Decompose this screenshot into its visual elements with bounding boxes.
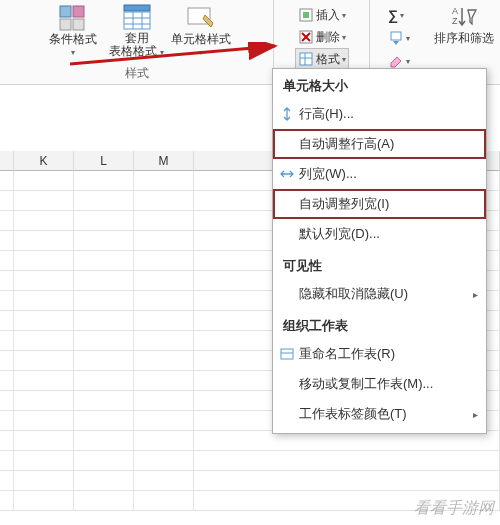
menu-autofit-column-width[interactable]: 自动调整列宽(I) [273,189,486,219]
autosum-button[interactable]: ∑ ▾ [386,4,412,26]
svg-rect-19 [391,32,401,40]
menu-autofit-column-width-label: 自动调整列宽(I) [299,195,389,213]
rename-sheet-icon [279,346,295,362]
row-height-icon [279,106,295,122]
svg-rect-5 [124,12,150,29]
format-cells-icon [298,51,314,67]
menu-column-width[interactable]: 列宽(W)... [273,159,486,189]
section-cell-size: 单元格大小 [273,69,486,99]
menu-default-width-label: 默认列宽(D)... [299,225,380,243]
svg-rect-12 [303,12,309,18]
chevron-down-icon: ▾ [71,48,75,57]
menu-row-height[interactable]: 行高(H)... [273,99,486,129]
chevron-down-icon: ▾ [400,11,404,20]
column-header[interactable]: K [14,151,74,171]
menu-hide-unhide[interactable]: 隐藏和取消隐藏(U) [273,279,486,309]
svg-text:Z: Z [452,16,458,26]
svg-rect-23 [281,349,293,359]
conditional-formatting-label: 条件格式 [49,33,97,46]
menu-rename-sheet[interactable]: 重命名工作表(R) [273,339,486,369]
section-organize: 组织工作表 [273,309,486,339]
chevron-down-icon: ▾ [342,55,346,64]
format-as-table-icon [123,4,151,30]
sigma-icon: ∑ [388,7,398,23]
column-header[interactable]: L [74,151,134,171]
delete-button[interactable]: 删除 ▾ [296,26,348,48]
format-dropdown-menu: 单元格大小 行高(H)... 自动调整行高(A) 列宽(W)... 自动调整列宽… [272,68,487,434]
svg-rect-0 [60,6,71,17]
ribbon-group-styles: 条件格式 ▾ 套用 表格格式 ▾ [0,0,274,84]
format-label: 格式 [316,51,340,68]
menu-autofit-row-height-label: 自动调整行高(A) [299,135,394,153]
menu-tab-color[interactable]: 工作表标签颜色(T) [273,399,486,429]
format-as-table-button[interactable]: 套用 表格格式 ▾ [107,4,167,58]
menu-default-width[interactable]: 默认列宽(D)... [273,219,486,249]
svg-text:A: A [452,6,458,16]
insert-button[interactable]: 插入 ▾ [296,4,348,26]
menu-autofit-row-height[interactable]: 自动调整行高(A) [273,129,486,159]
column-width-icon [279,166,295,182]
format-button[interactable]: 格式 ▾ [295,48,349,70]
conditional-formatting-button[interactable]: 条件格式 ▾ [43,5,103,57]
section-visibility: 可见性 [273,249,486,279]
group-label-styles: 样式 [125,63,149,82]
delete-cells-icon [298,29,314,45]
menu-rename-sheet-label: 重命名工作表(R) [299,345,395,363]
cell-styles-label: 单元格样式 [171,33,231,46]
chevron-down-icon: ▾ [406,57,410,66]
sort-filter-label: 排序和筛选 [434,32,494,45]
column-header[interactable]: M [134,151,194,171]
svg-rect-4 [124,5,150,11]
eraser-icon [388,53,404,69]
sort-filter-icon: A Z [450,4,478,30]
menu-tab-color-label: 工作表标签颜色(T) [299,405,407,423]
fill-button[interactable]: ▾ [386,27,412,49]
sort-filter-button[interactable]: A Z 排序和筛选 [434,4,494,45]
chevron-down-icon: ▾ [199,48,203,57]
delete-label: 删除 [316,29,340,46]
conditional-formatting-icon [59,5,87,31]
menu-hide-unhide-label: 隐藏和取消隐藏(U) [299,285,408,303]
fill-down-icon [388,30,404,46]
menu-move-copy-sheet[interactable]: 移动或复制工作表(M)... [273,369,486,399]
cell-styles-icon [187,5,215,31]
chevron-down-icon: ▾ [406,34,410,43]
svg-rect-2 [60,19,71,30]
cell-styles-button[interactable]: 单元格样式 ▾ [171,5,231,57]
svg-rect-16 [300,53,312,65]
svg-rect-1 [73,6,84,17]
insert-label: 插入 [316,7,340,24]
chevron-down-icon: ▾ [342,33,346,42]
menu-row-height-label: 行高(H)... [299,105,354,123]
chevron-down-icon: ▾ [157,48,163,57]
insert-cells-icon [298,7,314,23]
svg-rect-3 [73,19,84,30]
menu-column-width-label: 列宽(W)... [299,165,357,183]
menu-move-copy-sheet-label: 移动或复制工作表(M)... [299,375,433,393]
chevron-down-icon: ▾ [342,11,346,20]
